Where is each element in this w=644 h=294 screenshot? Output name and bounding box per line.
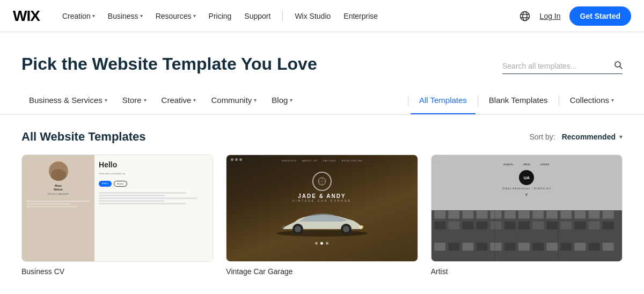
nav-item-enterprise[interactable]: Enterprise <box>338 9 383 24</box>
chevron-down-icon: ▾ <box>105 97 107 103</box>
section-header: All Website Templates Sort by: Recommend… <box>21 130 623 144</box>
search-icon[interactable] <box>614 61 623 71</box>
svg-rect-51 <box>560 232 572 240</box>
svg-rect-54 <box>602 232 613 240</box>
svg-rect-58 <box>518 243 530 251</box>
nav-item-creation[interactable]: Creation ▾ <box>57 9 100 24</box>
svg-rect-42 <box>434 232 445 240</box>
chevron-down-icon: ▾ <box>193 13 196 19</box>
cat-separator-3 <box>559 95 559 106</box>
chevron-down-icon: ▾ <box>290 97 292 103</box>
svg-rect-60 <box>574 243 586 251</box>
window-dot <box>444 158 447 161</box>
login-link[interactable]: Log In <box>540 12 561 20</box>
window-dot <box>440 158 443 161</box>
cat-item-creative[interactable]: Creative ▾ <box>154 87 204 114</box>
template-thumbnail-vintage-car: SERVICES ABOUT US GALLERY BOOK ONLINE <box>226 155 418 262</box>
svg-rect-61 <box>602 243 613 251</box>
cat-item-community[interactable]: Community ▾ <box>203 87 264 114</box>
chevron-down-icon: ▾ <box>611 97 614 103</box>
svg-rect-45 <box>476 232 487 240</box>
svg-rect-56 <box>462 243 473 251</box>
main-content: All Website Templates Sort by: Recommend… <box>0 115 644 291</box>
sort-control[interactable]: Sort by: Recommended ▾ <box>529 133 623 141</box>
chevron-down-icon: ▾ <box>619 133 623 141</box>
category-nav: Business & Services ▾ Store ▾ Creative ▾… <box>0 87 644 115</box>
svg-rect-43 <box>448 232 459 240</box>
nav-item-pricing[interactable]: Pricing <box>203 9 237 24</box>
templates-grid: MayaNelson PROJECT MANAGER Hello That's … <box>21 155 623 276</box>
svg-rect-20 <box>490 211 501 219</box>
cv-role: PROJECT MANAGER <box>48 193 69 195</box>
svg-rect-38 <box>490 222 501 230</box>
navbar: WIX Creation ▾ Business ▾ Resources ▾ Pr… <box>0 0 644 32</box>
nav-item-business[interactable]: Business ▾ <box>103 9 148 24</box>
svg-rect-26 <box>574 211 586 219</box>
artist-logo: UA <box>519 170 534 185</box>
svg-rect-59 <box>546 243 558 251</box>
svg-rect-17 <box>448 211 459 219</box>
template-card-business-cv[interactable]: MayaNelson PROJECT MANAGER Hello That's … <box>21 155 213 276</box>
svg-rect-41 <box>588 222 599 230</box>
chevron-down-icon: ▾ <box>193 97 196 103</box>
svg-rect-65 <box>532 243 544 251</box>
template-name: Vintage Car Garage <box>226 267 418 276</box>
cat-right-blank-templates[interactable]: Blank Templates <box>480 87 557 114</box>
window-dot <box>31 158 33 161</box>
svg-point-9 <box>276 230 368 237</box>
cv-avatar <box>49 161 68 181</box>
cat-separator-2 <box>478 95 478 106</box>
svg-rect-25 <box>560 211 572 219</box>
carousel-dot <box>326 242 328 245</box>
cat-item-blog[interactable]: Blog ▾ <box>264 87 300 114</box>
template-thumbnail-artist: projects. about. contact. UA Urban Adven… <box>431 155 623 262</box>
svg-rect-30 <box>462 222 473 230</box>
cv-sub: That's who I am & what I do <box>99 172 208 175</box>
search-container <box>502 61 623 74</box>
svg-rect-19 <box>476 211 487 219</box>
car-logo: JADE & ANDY VINTAGE CAR GARAGE <box>292 172 352 202</box>
cat-right-all-templates[interactable]: All Templates <box>411 87 475 114</box>
svg-rect-31 <box>476 222 487 230</box>
template-card-vintage-car[interactable]: SERVICES ABOUT US GALLERY BOOK ONLINE <box>226 155 418 276</box>
svg-rect-35 <box>574 222 586 230</box>
chevron-down-icon: ▾ <box>254 97 257 103</box>
svg-rect-33 <box>518 222 530 230</box>
svg-rect-37 <box>448 222 459 230</box>
svg-rect-66 <box>560 243 572 251</box>
cv-hello: Hello <box>99 160 208 169</box>
svg-rect-23 <box>532 211 544 219</box>
nav-item-support[interactable]: Support <box>239 9 276 24</box>
nav-item-wix-studio[interactable]: Wix Studio <box>289 9 336 24</box>
category-left-items: Business & Services ▾ Store ▾ Creative ▾… <box>21 87 406 114</box>
car-subtitle: VINTAGE CAR GARAGE <box>292 199 352 202</box>
cat-item-store[interactable]: Store ▾ <box>115 87 154 114</box>
main-nav: Creation ▾ Business ▾ Resources ▾ Pricin… <box>57 9 518 24</box>
svg-rect-18 <box>462 211 473 219</box>
svg-rect-28 <box>602 211 613 219</box>
svg-line-5 <box>620 67 622 69</box>
svg-rect-44 <box>462 232 473 240</box>
hero-section: Pick the Website Template You Love <box>0 32 644 87</box>
nav-item-resources[interactable]: Resources ▾ <box>150 9 201 24</box>
svg-rect-36 <box>602 222 613 230</box>
cv-name: MayaNelson <box>54 184 63 191</box>
template-card-artist[interactable]: projects. about. contact. UA Urban Adven… <box>431 155 623 276</box>
svg-rect-64 <box>504 243 516 251</box>
artist-nav-projects: projects. <box>503 163 514 166</box>
svg-rect-67 <box>588 243 599 251</box>
chevron-down-icon: ∨ <box>525 192 528 197</box>
svg-rect-55 <box>434 243 445 251</box>
logo[interactable]: WIX <box>13 8 40 25</box>
cat-item-business-services[interactable]: Business & Services ▾ <box>21 87 115 114</box>
svg-point-1 <box>523 11 527 20</box>
cv-btn-outline: Button <box>114 181 128 187</box>
navbar-actions: Log In Get Started <box>518 6 631 26</box>
search-input[interactable] <box>502 62 610 70</box>
carousel-dot-active <box>320 242 323 245</box>
get-started-button[interactable]: Get Started <box>569 6 631 26</box>
globe-icon[interactable] <box>518 10 531 23</box>
cat-right-collections[interactable]: Collections ▾ <box>561 87 623 114</box>
sort-label: Sort by: <box>529 133 555 141</box>
svg-point-13 <box>343 226 349 232</box>
